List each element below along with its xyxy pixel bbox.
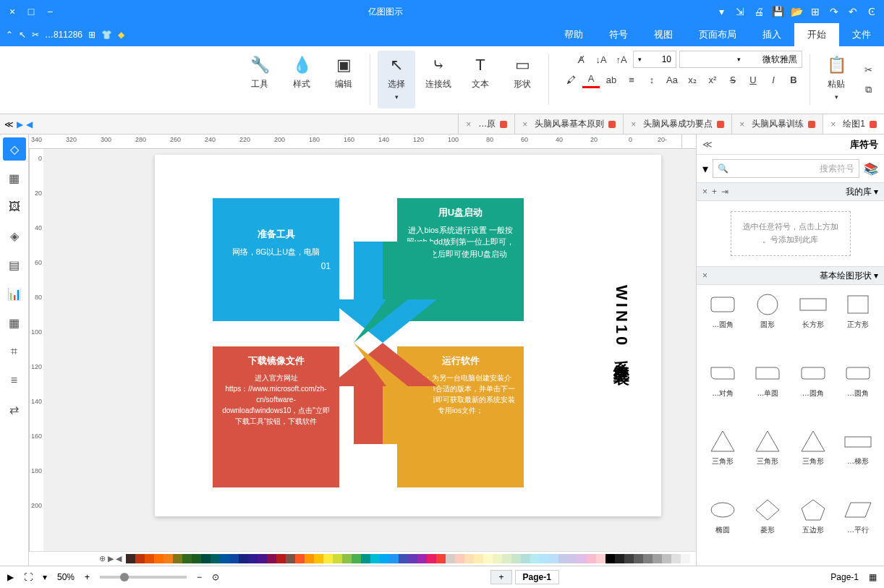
menu-tab-插入[interactable]: 插入 [749, 23, 794, 46]
color-swatch[interactable] [239, 554, 248, 563]
list-icon[interactable]: ≡ [623, 71, 640, 88]
maximize-button[interactable]: □ [25, 5, 38, 18]
quad-2[interactable]: 01 准备工具 网络，8G以上U盘，电脑 [213, 198, 339, 321]
color-swatch[interactable] [643, 554, 653, 563]
color-swatch[interactable] [540, 554, 549, 563]
quad-3[interactable]: 03 下载镜像文件 进入官方网址https：//www.microsoft.co… [213, 346, 339, 487]
fullscreen-icon[interactable]: ⛶ [24, 572, 33, 582]
color-swatch[interactable] [352, 554, 361, 563]
shape-circle[interactable]: 圆形 [747, 291, 788, 355]
menu-tab-视图[interactable]: 视图 [641, 23, 686, 46]
color-swatch[interactable] [145, 554, 154, 563]
color-swatch[interactable] [596, 554, 605, 563]
menu-tab-开始[interactable]: 开始 [794, 23, 839, 46]
canvas[interactable]: -200204060801001201401601802002202402602… [29, 135, 696, 566]
cut-button[interactable]: ✂ [859, 61, 877, 78]
font-select[interactable]: 微软雅黑▾ [679, 51, 802, 68]
doc-tab[interactable]: 原…× [458, 114, 514, 134]
tab-more-icon[interactable]: ≫ [4, 119, 14, 129]
shape-srnd[interactable]: 单圆… [747, 359, 788, 424]
search-input[interactable]: 搜索符号 🔍 [713, 159, 859, 178]
new-icon[interactable]: ⊞ [809, 5, 822, 18]
font-color-icon[interactable]: A [582, 71, 600, 88]
color-swatch[interactable] [483, 554, 493, 563]
print-icon[interactable]: 🖨 [752, 5, 765, 18]
menu-tab-文件[interactable]: 文件 [839, 23, 884, 46]
fit-icon[interactable]: ⊙ [212, 572, 219, 582]
cut-quick-icon[interactable]: ✂ [32, 30, 39, 40]
tab-prev-icon[interactable]: ◀ [26, 119, 33, 129]
left-tool-8[interactable]: ≡ [3, 369, 26, 392]
color-swatch[interactable] [314, 554, 323, 563]
left-tool-4[interactable]: ▤ [3, 253, 26, 276]
text-button[interactable]: T文本 [462, 51, 499, 108]
shape-diam[interactable]: 菱形 [747, 496, 788, 561]
shape-button[interactable]: ▭形状 [503, 51, 541, 108]
page-tab[interactable]: Page-1 [515, 570, 559, 584]
edit-button[interactable]: ▣编辑 [325, 51, 362, 108]
color-swatch[interactable] [502, 554, 511, 563]
color-swatch[interactable] [455, 554, 464, 563]
doc-tab[interactable]: 头脑风暴基本原则× [514, 114, 623, 134]
close-myshapes-icon[interactable]: × [702, 187, 707, 197]
italic-icon[interactable]: I [765, 71, 782, 88]
collapse-up-icon[interactable]: ⌃ [6, 30, 13, 40]
close-button[interactable]: × [6, 5, 19, 18]
grid-icon[interactable]: ⊞ [88, 30, 95, 40]
left-tool-7[interactable]: ⌗ [3, 340, 26, 363]
color-swatch[interactable] [201, 554, 211, 563]
color-swatch[interactable] [446, 554, 455, 563]
zoom-level[interactable]: 50% [57, 572, 75, 582]
color-swatch[interactable] [662, 554, 671, 563]
doc-tab[interactable]: 绘图1× [823, 114, 884, 134]
zoom-dropdown-icon[interactable]: ▾ [43, 572, 47, 582]
clear-format-icon[interactable]: A̸ [572, 51, 590, 68]
close-tab-icon[interactable]: × [466, 119, 471, 129]
left-tool-2[interactable]: 🖼 [3, 195, 26, 218]
copy-button[interactable]: ⧉ [859, 81, 877, 98]
panel-collapse-icon[interactable]: ≫ [702, 139, 713, 150]
color-swatch[interactable] [126, 554, 135, 563]
doc-tab[interactable]: 头脑风暴训练× [731, 114, 823, 134]
doc-tab[interactable]: 头脑风暴成功要点× [623, 114, 731, 134]
ab-icon[interactable]: ab [603, 71, 620, 88]
color-swatch[interactable] [577, 554, 587, 563]
lib-icon[interactable]: 📚 [864, 162, 878, 176]
color-swatch[interactable] [615, 554, 624, 563]
quad-4[interactable]: 04 运行软件 选择：为另一台电脑创建安装介质；选择合适的版本，并单击下一步；之… [397, 346, 524, 487]
more-icon[interactable]: ▾ [715, 5, 728, 18]
add-myshapes-icon[interactable]: + [712, 187, 717, 197]
close-tab-icon[interactable]: × [739, 119, 744, 129]
bold-icon[interactable]: B [785, 71, 802, 88]
shape-rrect2[interactable]: 圆角… [793, 359, 833, 424]
shape-tri[interactable]: 三角形 [702, 427, 743, 492]
menu-tab-页面布局[interactable]: 页面布局 [686, 23, 749, 46]
color-swatch[interactable] [530, 554, 540, 563]
shape-tri[interactable]: 三角形 [747, 427, 788, 492]
color-swatch[interactable] [323, 554, 333, 563]
color-swatch[interactable] [154, 554, 163, 563]
color-swatch[interactable] [568, 554, 577, 563]
color-swatch[interactable] [248, 554, 258, 563]
grow-font-icon[interactable]: A↑ [613, 51, 630, 68]
shape-wrect[interactable]: 长方形 [793, 291, 833, 355]
close-tab-icon[interactable]: × [830, 119, 836, 129]
color-swatch[interactable] [653, 554, 662, 563]
left-tool-5[interactable]: 📊 [3, 282, 26, 305]
underline-icon[interactable]: U [744, 71, 762, 88]
cursor-quick-icon[interactable]: ↖ [19, 30, 26, 40]
color-swatch[interactable] [417, 554, 427, 563]
tab-next-icon[interactable]: ▶ [17, 119, 23, 129]
color-swatch[interactable] [408, 554, 417, 563]
tools-button[interactable]: 🔧工具 [241, 51, 279, 108]
left-tool-1[interactable]: ▦ [3, 166, 26, 189]
add-page-button[interactable]: + [490, 570, 511, 584]
zoom-slider[interactable] [100, 576, 187, 579]
color-swatch[interactable] [493, 554, 502, 563]
shape-ell[interactable]: 椭圆 [702, 496, 743, 561]
color-swatch[interactable] [342, 554, 352, 563]
color-swatch[interactable] [305, 554, 314, 563]
color-swatch[interactable] [333, 554, 342, 563]
color-swatch[interactable] [587, 554, 596, 563]
search-more-icon[interactable]: ▾ [702, 162, 708, 176]
